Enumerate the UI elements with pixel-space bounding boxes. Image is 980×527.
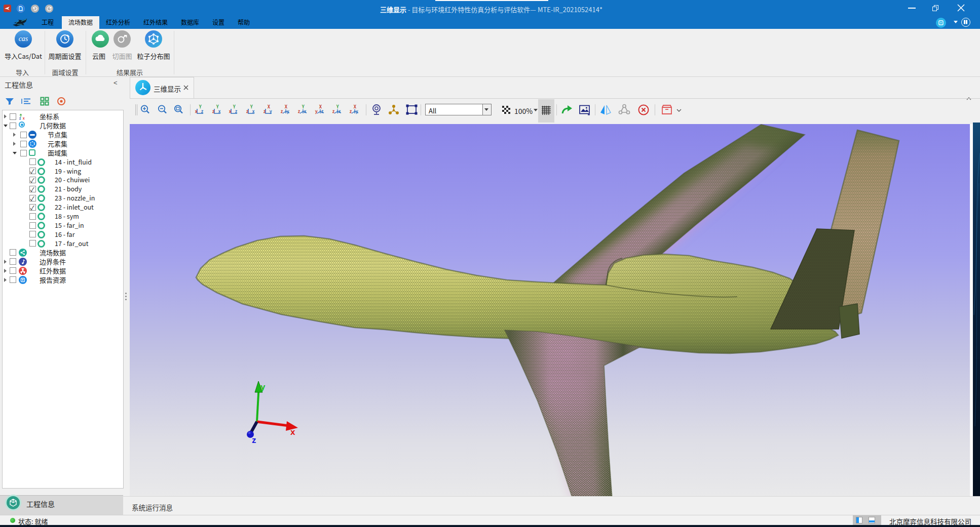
svg-text:x: x (195, 108, 198, 114)
svg-text:z: z (321, 108, 323, 114)
svg-text:x: x (252, 108, 255, 114)
svg-text:x: x (229, 108, 232, 114)
svg-text:y: y (286, 108, 289, 114)
svg-text:y: y (315, 108, 318, 114)
svg-text:z: z (298, 108, 300, 114)
svg-text:z: z (235, 108, 237, 114)
svg-text:z: z (332, 108, 334, 114)
svg-text:z: z (281, 108, 283, 114)
svg-text:x: x (290, 427, 295, 437)
svg-text:z: z (201, 108, 203, 114)
svg-text:z: z (252, 435, 256, 445)
svg-text:z: z (350, 108, 352, 114)
svg-text:x: x (338, 108, 341, 114)
svg-text:y: y (269, 108, 272, 114)
svg-text:x: x (22, 115, 25, 120)
svg-text:y: y (355, 108, 358, 114)
svg-text:x: x (304, 108, 307, 114)
svg-text:z: z (246, 108, 248, 114)
svg-text:y: y (260, 382, 266, 392)
svg-text:z: z (263, 108, 266, 114)
svg-text:x: x (218, 108, 221, 114)
svg-text:z: z (212, 108, 214, 114)
